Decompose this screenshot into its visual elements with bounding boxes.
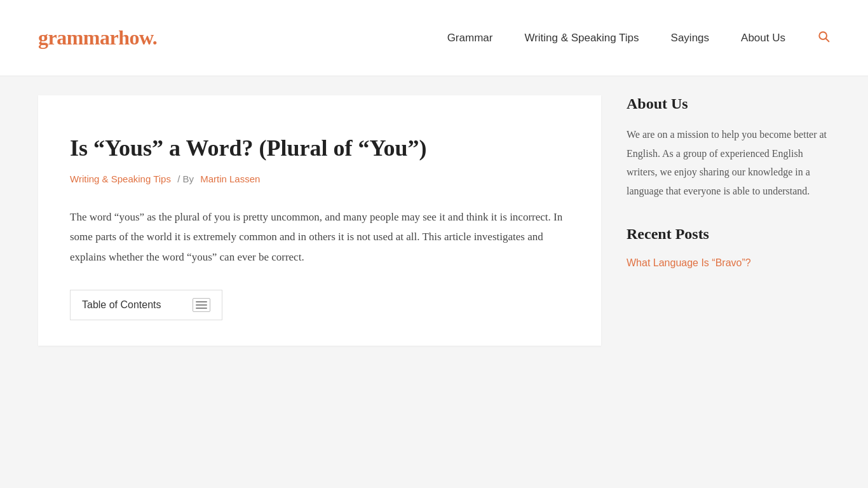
page-background: Is “Yous” a Word? (Plural of “You”) Writ… <box>0 76 868 488</box>
recent-post-item-0[interactable]: What Language Is “Bravo”? <box>627 257 751 268</box>
toc-header: Table of Contents <box>71 290 222 320</box>
article-meta: Writing & Speaking Tips / By Martin Lass… <box>70 173 569 184</box>
sidebar-recent-posts-heading: Recent Posts <box>627 226 830 243</box>
svg-line-1 <box>826 39 829 42</box>
sidebar-about-us-section: About Us We are on a mission to help you… <box>627 95 830 200</box>
main-nav: Grammar Writing & Speaking Tips Sayings … <box>447 30 830 46</box>
article-container: Is “Yous” a Word? (Plural of “You”) Writ… <box>38 95 601 346</box>
site-header: grammarhow. Grammar Writing & Speaking T… <box>0 0 868 76</box>
toc-icon-line-2 <box>196 304 207 306</box>
article-author-link[interactable]: Martin Lassen <box>200 173 260 184</box>
nav-grammar[interactable]: Grammar <box>447 32 493 44</box>
logo-text: grammarhow <box>38 26 153 49</box>
meta-separator: / By <box>177 173 196 184</box>
toc-icon-line-3 <box>196 308 207 309</box>
table-of-contents-box: Table of Contents <box>70 290 222 320</box>
toc-label: Table of Contents <box>82 299 161 311</box>
toc-icon-line-1 <box>196 301 207 302</box>
main-layout: Is “Yous” a Word? (Plural of “You”) Writ… <box>38 95 830 346</box>
toc-toggle-button[interactable] <box>193 298 210 312</box>
search-icon <box>817 30 830 43</box>
article-intro: The word “yous” as the plural of you is … <box>70 207 569 267</box>
sidebar: About Us We are on a mission to help you… <box>627 95 830 346</box>
nav-writing-speaking-tips[interactable]: Writing & Speaking Tips <box>524 32 639 44</box>
logo-dot: . <box>153 26 158 49</box>
site-logo[interactable]: grammarhow. <box>38 26 157 50</box>
sidebar-about-us-heading: About Us <box>627 95 830 112</box>
sidebar-about-us-text: We are on a mission to help you become b… <box>627 125 830 200</box>
article-category-link[interactable]: Writing & Speaking Tips <box>70 173 171 184</box>
sidebar-recent-posts-section: Recent Posts What Language Is “Bravo”? <box>627 226 830 271</box>
nav-about-us[interactable]: About Us <box>741 32 785 44</box>
search-button[interactable] <box>817 30 830 46</box>
article-title: Is “Yous” a Word? (Plural of “You”) <box>70 133 569 163</box>
nav-sayings[interactable]: Sayings <box>671 32 709 44</box>
